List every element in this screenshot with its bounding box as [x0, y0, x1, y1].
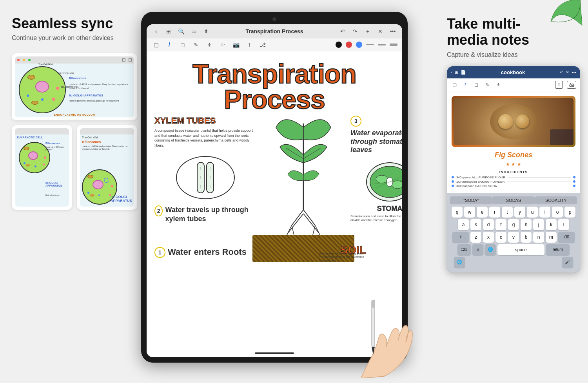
key-emoji[interactable]: ☺	[472, 244, 483, 255]
key-a[interactable]: a	[458, 219, 469, 230]
eraser-icon[interactable]: ◻	[178, 40, 187, 49]
camera-dot	[272, 17, 276, 21]
xylem-tubes-visual: ↑ ↑ ↑ ↑ ↑ ↑	[197, 162, 214, 193]
right-close-icon[interactable]: ✕	[566, 70, 569, 75]
key-x[interactable]: x	[483, 232, 494, 243]
grid-button[interactable]: ⊞	[164, 27, 173, 36]
search-button[interactable]: 🔍	[176, 27, 186, 36]
diagram-left: XYLEM TUBES A compound tissue (vascular …	[154, 116, 256, 260]
key-e[interactable]: e	[477, 207, 488, 218]
close-button[interactable]: ✕	[376, 27, 385, 36]
key-l[interactable]: l	[558, 219, 569, 230]
color-red[interactable]	[346, 42, 352, 48]
right-eraser-icon[interactable]: ◻	[473, 81, 480, 88]
suggestion-2[interactable]: SODAS	[492, 196, 534, 204]
pencil-icon[interactable]: ✎	[191, 40, 201, 49]
text-icon[interactable]: T	[245, 40, 254, 49]
svg-line-1	[292, 210, 303, 225]
lasso-icon[interactable]: ⚜	[205, 40, 214, 49]
key-y[interactable]: y	[514, 207, 525, 218]
right-more-icon[interactable]: •••	[572, 70, 576, 74]
color-blue[interactable]	[356, 42, 362, 48]
key-p[interactable]: p	[564, 207, 575, 218]
key-m[interactable]: m	[546, 232, 557, 243]
back-button[interactable]: ‹	[151, 27, 161, 36]
key-d[interactable]: d	[483, 219, 494, 230]
stroke-thin[interactable]	[366, 44, 374, 45]
svg-line-2	[303, 210, 315, 225]
key-c[interactable]: c	[495, 232, 506, 243]
center-ipad-wrapper: ‹ ⊞ 🔍 ▭ ⬆ Transpiration Process ↶ ↷ + ✕ …	[125, 12, 423, 363]
key-z[interactable]: z	[470, 232, 481, 243]
color-picker-icon[interactable]: ⎇	[258, 40, 267, 49]
right-pencil-icon[interactable]: ✎	[484, 81, 491, 88]
suggestion-3[interactable]: SODALITY	[535, 196, 577, 204]
xylem-tube-1: ↑ ↑ ↑	[197, 162, 205, 193]
key-g[interactable]: g	[508, 219, 519, 230]
key-r[interactable]: r	[489, 207, 500, 218]
soil-desc: An important stone and supply plan. The …	[319, 252, 366, 262]
key-j[interactable]: j	[533, 219, 544, 230]
image-icon[interactable]: 📷	[231, 40, 241, 49]
key-q[interactable]: q	[452, 207, 463, 218]
view-icon[interactable]: ▢	[151, 40, 161, 49]
right-undo-icon[interactable]: ↶	[560, 70, 563, 75]
right-aa-icon[interactable]: A̲a̲	[567, 81, 576, 89]
key-shift[interactable]: ⇧	[452, 232, 469, 243]
key-backspace[interactable]: ⌫	[558, 232, 575, 243]
num-2-circle: 2	[154, 205, 163, 216]
pen-icon[interactable]: /	[165, 40, 174, 49]
ipad-camera-bar	[147, 17, 402, 21]
key-mic-right[interactable]: 🎤	[562, 257, 573, 268]
color-black[interactable]	[336, 42, 342, 48]
key-b[interactable]: b	[521, 232, 532, 243]
right-doc-icon[interactable]: 📄	[461, 70, 466, 75]
food-photo-inner	[454, 98, 573, 145]
ingredients-title: INGREDIENTS	[452, 170, 575, 174]
key-i[interactable]: i	[539, 207, 550, 218]
key-return[interactable]: return	[546, 244, 570, 255]
home-indicator	[255, 352, 294, 354]
key-space[interactable]: space	[497, 244, 544, 255]
key-f[interactable]: f	[495, 219, 506, 230]
more-button[interactable]: •••	[388, 27, 397, 36]
right-back-icon[interactable]: ‹	[451, 70, 452, 74]
key-mic-left[interactable]: 🌐	[454, 257, 465, 268]
key-globe[interactable]: 🌐	[485, 244, 496, 255]
key-s[interactable]: s	[470, 219, 481, 230]
stroke-medium[interactable]	[378, 44, 386, 45]
right-grid-icon[interactable]: ⊞	[455, 70, 458, 75]
add-button[interactable]: +	[363, 27, 372, 36]
key-n[interactable]: n	[533, 232, 544, 243]
right-subheading: Capture & visualize ideas	[447, 51, 580, 58]
food-photo	[452, 96, 575, 147]
redo-button[interactable]: ↷	[350, 27, 360, 36]
screenshot-grid: The Cell Wall THE CYTOPLASM CELL MEMBRAN…	[12, 53, 137, 210]
right-text-icon[interactable]: T	[555, 81, 563, 89]
undo-button[interactable]: ↶	[338, 27, 347, 36]
bookmark-button[interactable]: ▭	[189, 27, 198, 36]
note-2-area: 2 Water travels up through xylem tubes	[154, 205, 256, 224]
shapes-icon[interactable]: ⚰	[218, 40, 227, 49]
ingredient-dot-3	[452, 185, 454, 187]
svg-line-3	[288, 214, 303, 233]
right-view-icon[interactable]: ▢	[451, 81, 458, 88]
xylem-bubble: ↑ ↑ ↑ ↑ ↑ ↑	[176, 156, 235, 199]
key-o[interactable]: o	[552, 207, 563, 218]
key-u[interactable]: u	[527, 207, 538, 218]
hand-stylus	[329, 284, 416, 378]
xylem-tube-2: ↑ ↑ ↑	[206, 162, 214, 193]
right-lasso-icon[interactable]: ⚜	[495, 81, 502, 88]
right-pen-icon[interactable]: /	[462, 81, 469, 88]
share-button[interactable]: ⬆	[201, 27, 211, 36]
key-t[interactable]: t	[502, 207, 513, 218]
key-v[interactable]: v	[508, 232, 519, 243]
key-123[interactable]: 123	[457, 244, 471, 255]
key-k[interactable]: k	[546, 219, 557, 230]
cell-screenshot-2: EUKARYOTIC CELL Ribosomes made up of rRN…	[15, 128, 69, 207]
stroke-thick[interactable]	[390, 44, 397, 46]
key-w[interactable]: w	[464, 207, 475, 218]
suggestion-1[interactable]: "SODA"	[450, 196, 492, 204]
key-h[interactable]: h	[521, 219, 532, 230]
left-heading: Seamless sync	[12, 16, 137, 31]
